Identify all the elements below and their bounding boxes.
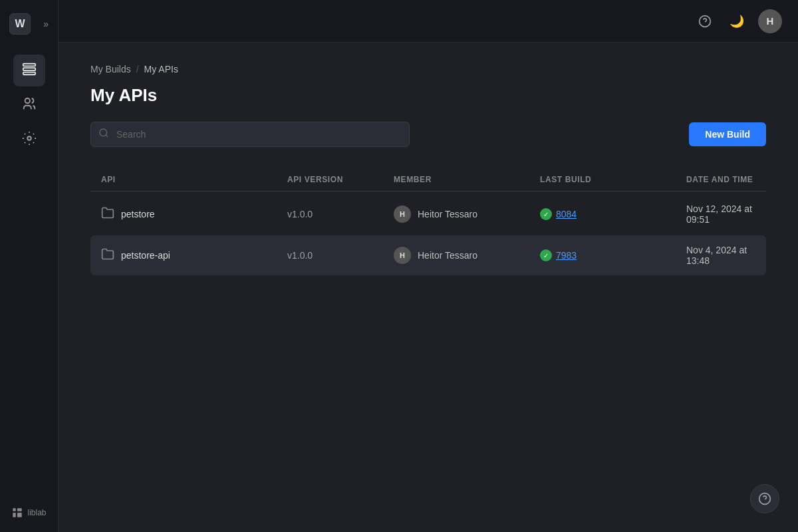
content-area: My Builds / My APIs My APIs New Build: [59, 43, 798, 532]
svg-rect-6: [13, 513, 17, 517]
sidebar: W »: [0, 0, 59, 532]
topbar: 🌙 H: [59, 0, 798, 43]
folder-icon: [101, 247, 114, 264]
cell-member: H Heitor Tessaro: [394, 247, 540, 264]
cell-date: Nov 4, 2024 at 13:48: [686, 245, 755, 266]
svg-point-4: [27, 136, 31, 140]
col-last-build: LAST BUILD: [540, 175, 686, 184]
member-avatar: H: [394, 247, 411, 264]
sidebar-bottom: liblab: [11, 493, 46, 532]
breadcrumb: My Builds / My APIs: [90, 64, 766, 74]
build-badge: ✓ 8084: [540, 208, 577, 220]
sidebar-w-logo[interactable]: W: [9, 13, 31, 35]
theme-toggle-icon[interactable]: 🌙: [726, 11, 747, 32]
svg-line-12: [106, 135, 108, 137]
toolbar: New Build: [90, 122, 766, 147]
date-text: Nov 4, 2024 at 13:48: [686, 245, 755, 266]
svg-point-3: [25, 98, 29, 102]
build-success-icon: ✓: [540, 208, 552, 220]
sidebar-expand-icon[interactable]: »: [43, 19, 49, 29]
api-name-text: petstore: [121, 209, 155, 219]
new-build-button[interactable]: New Build: [689, 122, 766, 146]
search-input[interactable]: [90, 122, 410, 147]
svg-rect-7: [17, 508, 22, 511]
team-icon: [22, 96, 37, 114]
folder-icon: [101, 206, 114, 223]
sidebar-item-settings[interactable]: [13, 124, 45, 156]
build-success-icon: ✓: [540, 249, 552, 261]
api-table: API API VERSION MEMBER LAST BUILD DATE A…: [90, 168, 766, 275]
svg-rect-8: [17, 513, 22, 517]
breadcrumb-parent-link[interactable]: My Builds: [90, 64, 131, 74]
cell-api-name: petstore: [101, 206, 287, 223]
cell-last-build: ✓ 7983: [540, 249, 686, 261]
version-text: v1.0.0: [287, 209, 313, 219]
page-title: My APIs: [90, 85, 766, 106]
build-number-link[interactable]: 8084: [556, 209, 577, 219]
table-row[interactable]: petstore v1.0.0 H Heitor Tessaro ✓ 8084 …: [90, 194, 766, 234]
svg-rect-5: [13, 508, 17, 511]
liblab-brand: liblab: [11, 507, 46, 519]
date-text: Nov 12, 2024 at 09:51: [686, 203, 755, 225]
cell-date: Nov 12, 2024 at 09:51: [686, 203, 755, 225]
main-area: 🌙 H My Builds / My APIs My APIs: [59, 0, 798, 532]
user-avatar[interactable]: H: [758, 9, 782, 33]
liblab-label: liblab: [27, 508, 46, 517]
member-name-text: Heitor Tessaro: [418, 209, 477, 219]
cell-version: v1.0.0: [287, 209, 394, 219]
member-name-text: Heitor Tessaro: [418, 250, 477, 261]
sidebar-item-team[interactable]: [13, 89, 45, 121]
moon-icon: 🌙: [730, 14, 744, 29]
build-badge: ✓ 7983: [540, 249, 577, 261]
sidebar-item-builds[interactable]: [13, 55, 45, 86]
svg-rect-2: [23, 72, 35, 74]
col-version: API VERSION: [287, 175, 394, 184]
help-fab-button[interactable]: [750, 484, 779, 513]
breadcrumb-current: My APIs: [144, 64, 178, 74]
version-text: v1.0.0: [287, 250, 313, 261]
cell-api-name: petstore-api: [101, 247, 287, 264]
col-member: MEMBER: [394, 175, 540, 184]
svg-rect-0: [23, 63, 35, 66]
member-avatar: H: [394, 205, 411, 223]
col-date: DATE AND TIME: [686, 175, 755, 184]
settings-icon: [22, 131, 37, 149]
table-header: API API VERSION MEMBER LAST BUILD DATE A…: [90, 168, 766, 192]
build-number-link[interactable]: 7983: [556, 250, 577, 261]
svg-rect-1: [23, 68, 35, 70]
cell-last-build: ✓ 8084: [540, 208, 686, 220]
search-container: [90, 122, 410, 147]
col-api: API: [101, 175, 287, 184]
breadcrumb-separator: /: [136, 64, 139, 74]
api-name-text: petstore-api: [121, 250, 170, 261]
sidebar-logo-area: W »: [0, 0, 58, 48]
svg-point-11: [100, 129, 107, 136]
cell-version: v1.0.0: [287, 250, 394, 261]
sidebar-nav: [0, 48, 58, 493]
cell-member: H Heitor Tessaro: [394, 205, 540, 223]
table-row[interactable]: petstore-api v1.0.0 H Heitor Tessaro ✓ 7…: [90, 235, 766, 275]
builds-icon: [22, 62, 37, 80]
help-icon[interactable]: [694, 11, 716, 32]
search-icon: [98, 128, 109, 141]
